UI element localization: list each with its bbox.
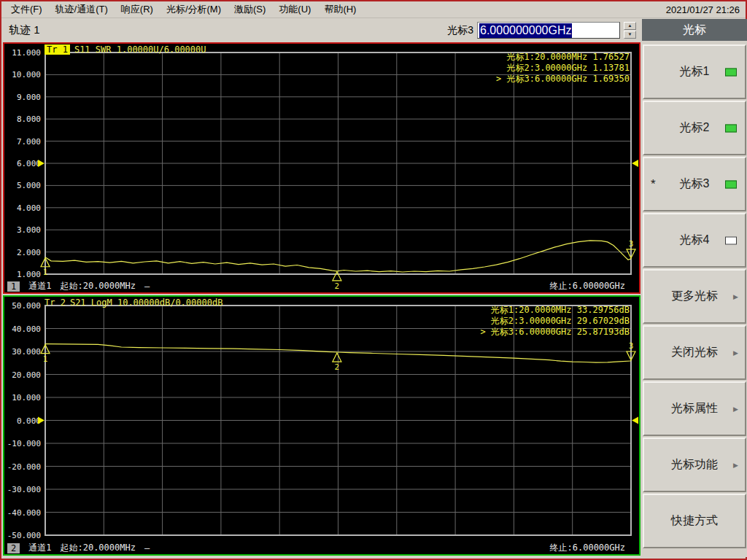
softkey-关闭光标[interactable]: 关闭光标▶ <box>643 325 746 380</box>
ref-level-arrow-right-icon <box>632 417 638 424</box>
submenu-arrow-icon: ▶ <box>733 462 738 469</box>
y-tick-label: 7.000 <box>17 137 41 147</box>
checkbox-off-icon <box>725 236 737 244</box>
softkey-快捷方式[interactable]: 快捷方式 <box>643 494 746 548</box>
marker-frequency-input[interactable]: 6.000000000GHz <box>477 22 620 39</box>
trace1-window: Tr 1 S11 SWR 1.00000U/6.00000U 11.00010.… <box>3 42 640 294</box>
sidebar-title: 光标 <box>642 19 747 41</box>
trace2-plot-area[interactable]: 50.00040.00030.00020.00010.0000.000-10.0… <box>5 297 641 542</box>
menu-item-0[interactable]: 文件(F) <box>4 1 49 18</box>
trace1-title: S11 SWR 1.00000U/6.00000U <box>74 44 206 55</box>
marker-triangle-icon <box>333 272 341 281</box>
y-tick-label: 11.000 <box>12 48 41 58</box>
submenu-arrow-icon: ▶ <box>733 349 738 357</box>
softkey-光标4[interactable]: 光标4 <box>643 213 746 268</box>
trace1-svg: 11.00010.0009.0008.0007.0006.0005.0004.0… <box>5 44 641 281</box>
toolbar: 轨迹 1 光标3 6.000000000GHz ▲ ▼ <box>1 19 640 42</box>
y-tick-label: 20.000 <box>12 370 41 380</box>
trace1-stop-frequency: 终止:6.00000GHz <box>550 280 625 292</box>
menu-item-1[interactable]: 轨迹/通道(T) <box>49 1 115 18</box>
channel2-name: 通道1 <box>28 542 51 554</box>
menu-items: 文件(F)轨迹/通道(T)响应(R)光标/分析(M)激励(S)功能(U)帮助(H… <box>4 1 363 18</box>
submenu-arrow-icon: ▶ <box>733 293 738 300</box>
trace2-title: S21 LogM 10.00000dB/0.00000dB <box>70 298 223 308</box>
datetime-display: 2021/01/27 21:26 <box>666 4 746 15</box>
y-tick-label: -40.000 <box>7 508 41 518</box>
trace2-status-bar: 2 通道1 起始:20.0000MHz — 终止:6.00000GHz <box>5 542 638 554</box>
marker-readout: 光标2:3.00000GHz 1.13781 <box>507 63 630 73</box>
softkey-光标2[interactable]: 光标2 <box>643 101 746 155</box>
trace1-start-frequency: 起始:20.0000MHz <box>60 280 135 292</box>
trace1-plot-area[interactable]: 11.00010.0009.0008.0007.0006.0005.0004.0… <box>5 44 641 281</box>
y-tick-label: -10.000 <box>7 439 41 448</box>
ref-level-arrow-right-icon <box>632 160 638 167</box>
menu-item-4[interactable]: 激励(S) <box>228 1 272 18</box>
trace1-status-bar: 1 通道1 起始:20.0000MHz — 终止:6.00000GHz <box>5 280 638 292</box>
menu-item-3[interactable]: 光标/分析(M) <box>160 1 228 18</box>
softkey-label: 光标1 <box>680 64 710 79</box>
softkey-label: 光标2 <box>680 120 710 136</box>
y-tick-label: -50.000 <box>7 531 41 540</box>
marker-number: 1 <box>43 354 48 364</box>
softkey-label: 光标3 <box>680 176 710 192</box>
marker-readout: > 光标3:6.00000GHz 1.69350 <box>496 74 630 84</box>
trace2-sweep-indicator: — <box>144 543 150 553</box>
marker-readout: 光标1:20.0000MHz 1.76527 <box>507 52 630 62</box>
channel2-badge: 2 <box>7 543 20 553</box>
marker-readout: 光标2:3.00000GHz 29.67029dB <box>491 316 630 326</box>
marker-number: 2 <box>335 281 340 291</box>
y-tick-label: 5.000 <box>17 181 41 190</box>
marker3-entry-label: 光标3 <box>447 24 473 37</box>
y-tick-label: 0.000 <box>17 416 41 426</box>
trace2-start-frequency: 起始:20.0000MHz <box>60 542 135 554</box>
vna-application-window: 文件(F)轨迹/通道(T)响应(R)光标/分析(M)激励(S)功能(U)帮助(H… <box>0 0 747 560</box>
softkey-label: 光标4 <box>680 233 710 248</box>
sidebar-buttons: 光标1光标2光标3*光标4更多光标▶关闭光标▶光标属性▶光标功能▶快捷方式 <box>642 44 747 548</box>
softkey-更多光标[interactable]: 更多光标▶ <box>643 269 746 324</box>
marker-number: 3 <box>629 239 634 249</box>
stepper-up-icon[interactable]: ▲ <box>624 22 636 30</box>
ref-level-arrow-left-icon <box>38 417 44 424</box>
softkey-label: 光标属性 <box>671 401 718 416</box>
trace2-id-badge[interactable]: Tr 2 <box>44 298 66 308</box>
softkey-sidebar: 光标 光标1光标2光标3*光标4更多光标▶关闭光标▶光标属性▶光标功能▶快捷方式 <box>642 19 747 557</box>
marker-triangle-icon <box>333 353 341 362</box>
menu-item-5[interactable]: 功能(U) <box>272 1 317 18</box>
menu-item-6[interactable]: 帮助(H) <box>317 1 363 18</box>
ref-level-arrow-left-icon <box>38 160 44 167</box>
softkey-光标3[interactable]: 光标3* <box>643 157 746 211</box>
marker-readout: 光标1:20.0000MHz 33.29756dB <box>491 305 630 315</box>
y-tick-label: 4.000 <box>17 203 41 213</box>
stepper-down-icon[interactable]: ▼ <box>624 31 636 39</box>
softkey-label: 更多光标 <box>671 289 718 304</box>
active-trace-label: 轨迹 1 <box>1 23 40 37</box>
trace1-id-badge[interactable]: Tr 1 <box>44 44 70 55</box>
active-marker-star-icon: * <box>651 177 656 192</box>
trace2-stop-frequency: 终止:6.00000GHz <box>550 542 625 554</box>
marker-2[interactable]: 2 <box>333 353 341 372</box>
marker-frequency-stepper: ▲ ▼ <box>624 22 636 39</box>
y-tick-label: 30.000 <box>12 347 41 357</box>
y-tick-label: 9.000 <box>17 93 41 102</box>
trace1-sweep-indicator: — <box>144 281 150 292</box>
checkbox-on-icon <box>725 68 737 76</box>
menu-bar: 文件(F)轨迹/通道(T)响应(R)光标/分析(M)激励(S)功能(U)帮助(H… <box>1 1 746 18</box>
y-tick-label: -20.000 <box>7 462 41 472</box>
softkey-光标1[interactable]: 光标1 <box>643 44 746 99</box>
y-tick-label: 6.000 <box>17 159 41 168</box>
softkey-光标功能[interactable]: 光标功能▶ <box>643 438 746 492</box>
y-tick-label: 10.000 <box>12 393 41 402</box>
softkey-label: 快捷方式 <box>671 513 718 529</box>
softkey-光标属性[interactable]: 光标属性▶ <box>643 381 746 436</box>
marker-entry-group: 光标3 6.000000000GHz ▲ ▼ <box>447 22 640 39</box>
marker-readout: > 光标3:6.00000GHz 25.87193dB <box>480 327 630 337</box>
softkey-label: 光标功能 <box>671 457 718 472</box>
y-tick-label: 3.000 <box>17 225 41 235</box>
y-tick-label: 2.000 <box>17 248 41 257</box>
menu-item-2[interactable]: 响应(R) <box>115 1 160 18</box>
marker-number: 2 <box>335 362 340 372</box>
marker-frequency-value: 6.000000000GHz <box>479 23 572 38</box>
trace2-window: Tr 2 S21 LogM 10.00000dB/0.00000dB 50.00… <box>3 295 640 556</box>
softkey-label: 关闭光标 <box>671 345 718 360</box>
trace2-svg: 50.00040.00030.00020.00010.0000.000-10.0… <box>5 297 641 542</box>
